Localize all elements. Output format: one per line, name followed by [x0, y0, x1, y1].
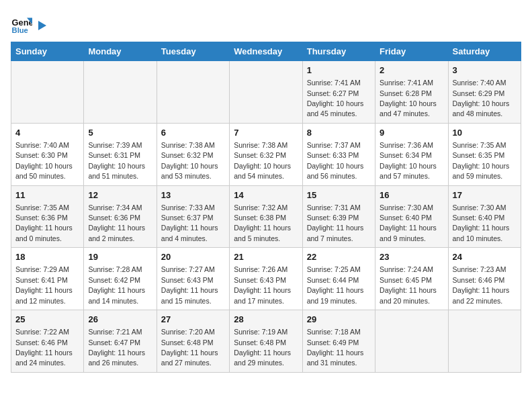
- calendar-cell: 26Sunrise: 7:21 AM Sunset: 6:47 PM Dayli…: [84, 310, 157, 373]
- day-detail: Sunrise: 7:41 AM Sunset: 6:27 PM Dayligh…: [307, 79, 364, 118]
- day-number: 24: [453, 251, 517, 263]
- day-number: 26: [88, 314, 152, 326]
- day-detail: Sunrise: 7:40 AM Sunset: 6:30 PM Dayligh…: [15, 141, 73, 180]
- calendar-cell: [448, 310, 521, 373]
- day-detail: Sunrise: 7:29 AM Sunset: 6:41 PM Dayligh…: [15, 265, 73, 304]
- day-detail: Sunrise: 7:33 AM Sunset: 6:37 PM Dayligh…: [161, 203, 218, 242]
- day-number: 16: [380, 189, 443, 201]
- day-detail: Sunrise: 7:32 AM Sunset: 6:38 PM Dayligh…: [234, 203, 291, 242]
- calendar-cell: 3Sunrise: 7:40 AM Sunset: 6:29 PM Daylig…: [448, 61, 521, 124]
- calendar-header-monday: Monday: [84, 42, 157, 61]
- day-detail: Sunrise: 7:31 AM Sunset: 6:39 PM Dayligh…: [307, 203, 364, 242]
- day-detail: Sunrise: 7:35 AM Sunset: 6:36 PM Dayligh…: [15, 203, 73, 242]
- calendar-header-saturday: Saturday: [448, 42, 521, 61]
- day-number: 25: [15, 314, 79, 326]
- calendar-header-wednesday: Wednesday: [230, 42, 302, 61]
- day-number: 28: [234, 314, 298, 326]
- calendar-cell: 17Sunrise: 7:30 AM Sunset: 6:40 PM Dayli…: [448, 185, 521, 248]
- day-detail: Sunrise: 7:30 AM Sunset: 6:40 PM Dayligh…: [453, 203, 510, 242]
- day-number: 19: [88, 251, 152, 263]
- day-number: 13: [161, 189, 225, 201]
- calendar-cell: 5Sunrise: 7:39 AM Sunset: 6:31 PM Daylig…: [84, 123, 157, 185]
- calendar-week-row: 25Sunrise: 7:22 AM Sunset: 6:46 PM Dayli…: [11, 310, 521, 373]
- calendar-header-row: SundayMondayTuesdayWednesdayThursdayFrid…: [11, 42, 521, 61]
- day-number: 1: [307, 64, 371, 77]
- day-detail: Sunrise: 7:24 AM Sunset: 6:45 PM Dayligh…: [380, 265, 437, 304]
- day-detail: Sunrise: 7:19 AM Sunset: 6:48 PM Dayligh…: [234, 328, 291, 367]
- day-detail: Sunrise: 7:36 AM Sunset: 6:34 PM Dayligh…: [380, 141, 437, 180]
- day-number: 15: [307, 189, 371, 201]
- day-detail: Sunrise: 7:38 AM Sunset: 6:32 PM Dayligh…: [234, 141, 291, 180]
- calendar-cell: 15Sunrise: 7:31 AM Sunset: 6:39 PM Dayli…: [302, 185, 375, 248]
- calendar-cell: 7Sunrise: 7:38 AM Sunset: 6:32 PM Daylig…: [230, 123, 302, 185]
- calendar-week-row: 4Sunrise: 7:40 AM Sunset: 6:30 PM Daylig…: [11, 123, 521, 185]
- calendar-cell: 24Sunrise: 7:23 AM Sunset: 6:46 PM Dayli…: [448, 248, 521, 310]
- day-number: 10: [453, 127, 517, 139]
- day-number: 11: [15, 189, 79, 201]
- calendar-header-sunday: Sunday: [11, 42, 84, 61]
- logo-icon: General Blue: [11, 13, 32, 35]
- day-number: 9: [380, 127, 443, 139]
- calendar-week-row: 18Sunrise: 7:29 AM Sunset: 6:41 PM Dayli…: [11, 248, 521, 310]
- day-number: 6: [161, 127, 225, 139]
- day-detail: Sunrise: 7:22 AM Sunset: 6:46 PM Dayligh…: [15, 328, 73, 367]
- svg-marker-3: [38, 21, 46, 30]
- calendar-cell: 27Sunrise: 7:20 AM Sunset: 6:48 PM Dayli…: [157, 310, 229, 373]
- day-detail: Sunrise: 7:23 AM Sunset: 6:46 PM Dayligh…: [453, 265, 510, 304]
- calendar-cell: 21Sunrise: 7:26 AM Sunset: 6:43 PM Dayli…: [230, 248, 302, 310]
- calendar-cell: [375, 310, 448, 373]
- calendar-header-friday: Friday: [375, 42, 448, 61]
- day-number: 14: [234, 189, 298, 201]
- day-number: 21: [234, 251, 298, 263]
- day-detail: Sunrise: 7:34 AM Sunset: 6:36 PM Dayligh…: [88, 203, 145, 242]
- day-number: 4: [15, 127, 79, 139]
- calendar-cell: 4Sunrise: 7:40 AM Sunset: 6:30 PM Daylig…: [11, 123, 84, 185]
- calendar-cell: 12Sunrise: 7:34 AM Sunset: 6:36 PM Dayli…: [84, 185, 157, 248]
- day-number: 8: [307, 127, 371, 139]
- calendar-cell: 22Sunrise: 7:25 AM Sunset: 6:44 PM Dayli…: [302, 248, 375, 310]
- calendar-table: SundayMondayTuesdayWednesdayThursdayFrid…: [11, 42, 521, 373]
- calendar-cell: 9Sunrise: 7:36 AM Sunset: 6:34 PM Daylig…: [375, 123, 448, 185]
- calendar-header-thursday: Thursday: [302, 42, 375, 61]
- svg-text:Blue: Blue: [12, 26, 28, 34]
- calendar-cell: 11Sunrise: 7:35 AM Sunset: 6:36 PM Dayli…: [11, 185, 84, 248]
- logo: General Blue: [11, 13, 48, 35]
- day-number: 7: [234, 127, 298, 139]
- calendar-cell: 14Sunrise: 7:32 AM Sunset: 6:38 PM Dayli…: [230, 185, 302, 248]
- day-detail: Sunrise: 7:26 AM Sunset: 6:43 PM Dayligh…: [234, 265, 291, 304]
- calendar-cell: 16Sunrise: 7:30 AM Sunset: 6:40 PM Dayli…: [375, 185, 448, 248]
- day-detail: Sunrise: 7:25 AM Sunset: 6:44 PM Dayligh…: [307, 265, 364, 304]
- day-number: 23: [380, 251, 443, 263]
- day-detail: Sunrise: 7:21 AM Sunset: 6:47 PM Dayligh…: [88, 328, 145, 367]
- calendar-cell: 28Sunrise: 7:19 AM Sunset: 6:48 PM Dayli…: [230, 310, 302, 373]
- calendar-cell: 1Sunrise: 7:41 AM Sunset: 6:27 PM Daylig…: [302, 61, 375, 124]
- calendar-cell: 13Sunrise: 7:33 AM Sunset: 6:37 PM Dayli…: [157, 185, 229, 248]
- calendar-cell: 18Sunrise: 7:29 AM Sunset: 6:41 PM Dayli…: [11, 248, 84, 310]
- day-number: 29: [307, 314, 371, 326]
- day-number: 12: [88, 189, 152, 201]
- day-number: 27: [161, 314, 225, 326]
- day-number: 2: [380, 64, 443, 77]
- day-detail: Sunrise: 7:38 AM Sunset: 6:32 PM Dayligh…: [161, 141, 218, 180]
- calendar-cell: 25Sunrise: 7:22 AM Sunset: 6:46 PM Dayli…: [11, 310, 84, 373]
- logo-arrow-icon: [36, 19, 48, 32]
- day-detail: Sunrise: 7:20 AM Sunset: 6:48 PM Dayligh…: [161, 328, 218, 367]
- calendar-header-tuesday: Tuesday: [157, 42, 229, 61]
- calendar-cell: 8Sunrise: 7:37 AM Sunset: 6:33 PM Daylig…: [302, 123, 375, 185]
- day-number: 17: [453, 189, 517, 201]
- calendar-cell: 2Sunrise: 7:41 AM Sunset: 6:28 PM Daylig…: [375, 61, 448, 124]
- calendar-cell: [84, 61, 157, 124]
- calendar-cell: 10Sunrise: 7:35 AM Sunset: 6:35 PM Dayli…: [448, 123, 521, 185]
- header: General Blue: [11, 11, 521, 35]
- calendar-cell: [11, 61, 84, 124]
- day-number: 20: [161, 251, 225, 263]
- calendar-cell: [157, 61, 229, 124]
- day-detail: Sunrise: 7:18 AM Sunset: 6:49 PM Dayligh…: [307, 328, 364, 367]
- calendar-week-row: 1Sunrise: 7:41 AM Sunset: 6:27 PM Daylig…: [11, 61, 521, 124]
- day-detail: Sunrise: 7:41 AM Sunset: 6:28 PM Dayligh…: [380, 79, 437, 118]
- calendar-cell: 23Sunrise: 7:24 AM Sunset: 6:45 PM Dayli…: [375, 248, 448, 310]
- day-detail: Sunrise: 7:40 AM Sunset: 6:29 PM Dayligh…: [453, 79, 510, 118]
- calendar-cell: 19Sunrise: 7:28 AM Sunset: 6:42 PM Dayli…: [84, 248, 157, 310]
- calendar-cell: 29Sunrise: 7:18 AM Sunset: 6:49 PM Dayli…: [302, 310, 375, 373]
- day-number: 18: [15, 251, 79, 263]
